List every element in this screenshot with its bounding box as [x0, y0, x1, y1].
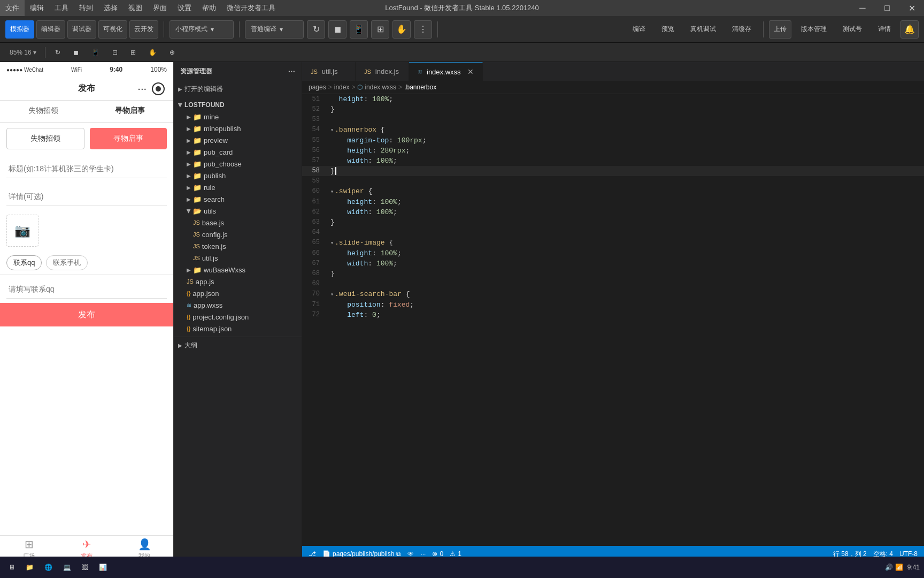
compile-dropdown[interactable]: 普通编译 ▾ — [245, 20, 304, 39]
menu-view[interactable]: 视图 — [123, 0, 148, 16]
debugger-button[interactable]: 调试器 — [67, 20, 96, 39]
file-base-js[interactable]: JS base.js — [174, 217, 302, 229]
tab-index-wxss[interactable]: ≋ index.wxss ✕ — [409, 62, 483, 81]
menu-edit[interactable]: 编辑 — [25, 0, 49, 16]
folder-publish-chevron: ▶ — [187, 173, 191, 179]
menu-help[interactable]: 帮助 — [197, 0, 221, 16]
tab-index-js[interactable]: JS index.js — [356, 62, 409, 81]
folder-search[interactable]: ▶ 📁 search — [174, 193, 302, 205]
file-config-js[interactable]: JS config.js — [174, 229, 302, 240]
bell-button[interactable]: 🔔 — [900, 20, 919, 39]
folder-pub-card[interactable]: ▶ 📁 pub_card — [174, 146, 302, 158]
file-app-json[interactable]: {} app.json — [174, 287, 302, 299]
folder-preview[interactable]: ▶ 📁 preview — [174, 134, 302, 146]
layout-button[interactable]: ⊞ — [371, 20, 389, 39]
menu-goto[interactable]: 转到 — [74, 0, 98, 16]
editor-button[interactable]: 编辑器 — [36, 20, 65, 39]
simulator-button[interactable]: 模拟器 — [5, 20, 34, 39]
taskbar-browser[interactable]: 🌐 — [40, 559, 57, 576]
taskbar-app5[interactable]: 📊 — [95, 559, 111, 576]
folder-minepublish[interactable]: ▶ 📁 minepublish — [174, 123, 302, 134]
sub-hand-button[interactable]: ✋ — [143, 45, 162, 60]
version-button[interactable]: 版本管理 — [795, 20, 833, 39]
line-content-56: height: 280rpx; — [326, 146, 924, 156]
tab-close-icon[interactable]: ✕ — [467, 67, 474, 76]
sub-phone-button[interactable]: 📱 — [86, 45, 105, 60]
stop-button[interactable]: ◼ — [328, 20, 346, 39]
contact-phone-tab[interactable]: 联系手机 — [46, 255, 88, 270]
contact-input[interactable] — [6, 279, 167, 299]
breadcrumb-selector[interactable]: .bannerbox — [404, 83, 436, 91]
detail-input[interactable] — [6, 187, 167, 206]
sub-refresh-button[interactable]: ↻ — [50, 45, 66, 60]
close-button[interactable]: ✕ — [899, 0, 924, 16]
compile-run-button[interactable]: 编译 — [626, 20, 652, 39]
breadcrumb-wxss[interactable]: index.wxss — [365, 83, 396, 91]
file-project-config[interactable]: {} project.config.json — [174, 311, 302, 323]
refresh-button[interactable]: ↻ — [307, 20, 325, 39]
title-input[interactable] — [6, 159, 167, 178]
menu-wechat[interactable]: 微信开发者工具 — [221, 0, 281, 16]
line-num-60: 60 — [302, 186, 326, 197]
folder-mine[interactable]: ▶ 📁 mine — [174, 111, 302, 123]
taskbar-pictures[interactable]: 🖼 — [78, 559, 93, 576]
code-editor[interactable]: 51 height: 100%; 52 } 53 54 ▾.bannerbox … — [302, 94, 924, 546]
contact-qq-tab[interactable]: 联系qq — [6, 255, 42, 270]
test-account-button[interactable]: 测试号 — [836, 20, 868, 39]
taskbar-explorer[interactable]: 📁 — [21, 559, 38, 576]
publish-button[interactable]: 发布 — [0, 303, 173, 326]
file-app-js[interactable]: JS app.js — [174, 276, 302, 287]
folder-publish[interactable]: ▶ 📁 publish — [174, 170, 302, 181]
phone-button[interactable]: 📱 — [350, 20, 368, 39]
tab-util-js[interactable]: JS util.js — [302, 62, 356, 81]
sub-layout2-button[interactable]: ⊞ — [125, 45, 141, 60]
sub-stop-button[interactable]: ◼ — [68, 45, 84, 60]
real-test-button[interactable]: 真机调试 — [684, 20, 722, 39]
folder-utils[interactable]: ▶ 📂 utils — [174, 205, 302, 217]
folder-rule[interactable]: ▶ 📁 rule — [174, 181, 302, 193]
taskbar-start[interactable]: 🖥 — [4, 559, 19, 576]
taskbar-terminal[interactable]: 💻 — [59, 559, 75, 576]
find-button[interactable]: 寻物启事 — [90, 128, 167, 149]
file-token-js[interactable]: JS token.js — [174, 240, 302, 252]
folder-wubase[interactable]: ▶ 📁 wuBaseWxss — [174, 264, 302, 276]
file-app-wxss[interactable]: ≋ app.wxss — [174, 299, 302, 311]
zoom-level[interactable]: 85% 16 ▾ — [5, 49, 41, 56]
upload-button[interactable]: 上传 — [769, 20, 791, 39]
phone-more-icon[interactable]: ··· — [137, 82, 147, 95]
lost-button[interactable]: 失物招领 — [6, 128, 84, 149]
more-button[interactable]: ⋮ — [414, 20, 432, 39]
photo-upload[interactable]: 📷 — [6, 215, 38, 247]
preview-button[interactable]: 预览 — [655, 20, 681, 39]
tab-lost[interactable]: 失物招领 — [0, 101, 87, 122]
detail-button[interactable]: 详情 — [872, 20, 897, 39]
open-editors-toggle[interactable]: ▶ 打开的编辑器 — [174, 83, 302, 95]
menu-tools[interactable]: 工具 — [49, 0, 74, 16]
sub-select-button[interactable]: ⊕ — [164, 45, 180, 60]
menu-interface[interactable]: 界面 — [148, 0, 172, 16]
phone-record-button[interactable] — [152, 82, 165, 95]
line-num-69: 69 — [302, 279, 326, 289]
outline-toggle[interactable]: ▶ 大纲 — [174, 339, 302, 351]
hand-button[interactable]: ✋ — [392, 20, 411, 39]
explorer-menu-icon[interactable]: ··· — [288, 67, 295, 77]
sub-layout-button[interactable]: ⊡ — [107, 45, 123, 60]
file-util-js[interactable]: JS util.js — [174, 252, 302, 264]
menu-select[interactable]: 选择 — [98, 0, 123, 16]
mode-dropdown[interactable]: 小程序模式 ▾ — [170, 20, 234, 39]
clear-cache-button[interactable]: 清缓存 — [726, 20, 758, 39]
contact-tabs: 联系qq 联系手机 — [0, 251, 173, 275]
line-content-72: left: 0; — [326, 310, 924, 320]
visual-button[interactable]: 可视化 — [98, 20, 127, 39]
file-sitemap[interactable]: {} sitemap.json — [174, 323, 302, 334]
minimize-button[interactable]: ─ — [850, 0, 875, 16]
menu-file[interactable]: 文件 — [0, 0, 25, 16]
project-toggle[interactable]: ▶ LOSTFOUND — [174, 99, 302, 111]
breadcrumb-pages[interactable]: pages — [309, 83, 326, 91]
breadcrumb-index[interactable]: index — [334, 83, 350, 91]
tab-find[interactable]: 寻物启事 — [87, 101, 173, 122]
cloud-button[interactable]: 云开发 — [129, 20, 158, 39]
folder-pub-choose[interactable]: ▶ 📁 pub_choose — [174, 158, 302, 170]
menu-settings[interactable]: 设置 — [172, 0, 197, 16]
maximize-button[interactable]: □ — [875, 0, 899, 16]
